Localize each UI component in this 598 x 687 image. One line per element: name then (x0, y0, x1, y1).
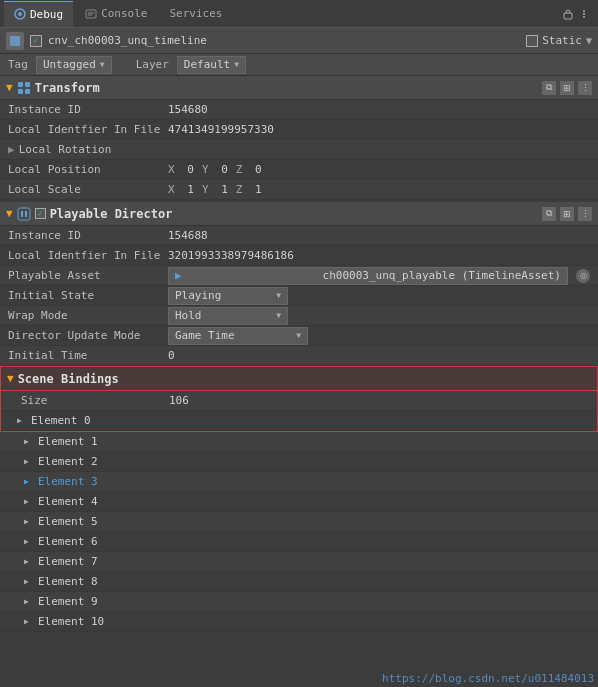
playable-paste-btn[interactable]: ⊞ (560, 207, 574, 221)
object-name: cnv_ch00003_unq_timeline (48, 34, 520, 47)
director-update-dropdown[interactable]: Game Time ▼ (168, 327, 308, 345)
playable-copy-btn[interactable]: ⧉ (542, 207, 556, 221)
lock-icon[interactable] (562, 8, 574, 20)
tab-debug[interactable]: Debug (4, 1, 73, 27)
tab-console[interactable]: Console (75, 1, 157, 27)
transform-section-header[interactable]: ▼ Transform ⧉ ⊞ ⋮ (0, 76, 598, 100)
wrap-mode-value: Hold (175, 309, 202, 322)
list-item[interactable]: ▶ Element 6 (0, 532, 598, 552)
transform-instance-id-label: Instance ID (8, 103, 168, 116)
element-9-arrow: ▶ (24, 597, 34, 606)
transform-collapse-arrow: ▼ (6, 81, 13, 94)
tag-value: Untagged (43, 58, 96, 71)
svg-rect-2 (86, 10, 96, 18)
playable-asset-label: Playable Asset (8, 269, 168, 282)
playable-section-header[interactable]: ▼ ✓ Playable Director ⧉ ⊞ ⋮ (0, 202, 598, 226)
scale-y: 1 (221, 183, 228, 196)
scene-bindings-size-value: 106 (169, 394, 589, 407)
playable-active-checkbox[interactable]: ✓ (35, 208, 46, 219)
playable-instance-id-value: 154688 (168, 229, 590, 242)
wrap-mode-dropdown[interactable]: Hold ▼ (168, 307, 288, 325)
director-update-row: Director Update Mode Game Time ▼ (0, 326, 598, 346)
svg-rect-13 (25, 89, 30, 94)
transform-instance-id-value: 154680 (168, 103, 590, 116)
transform-local-scale-label: Local Scale (8, 183, 168, 196)
transform-local-id-value: 4741349199957330 (168, 123, 590, 136)
object-icon (6, 32, 24, 50)
element-0-arrow: ▶ (17, 416, 27, 425)
element-5-arrow: ▶ (24, 517, 34, 526)
svg-point-1 (18, 12, 22, 16)
list-item[interactable]: ▶ Element 4 (0, 492, 598, 512)
element-10-arrow: ▶ (24, 617, 34, 626)
layer-arrow: ▼ (234, 60, 239, 69)
initial-state-arrow: ▼ (276, 291, 281, 300)
initial-state-row: Initial State Playing ▼ (0, 286, 598, 306)
list-item[interactable]: ▶ Element 5 (0, 512, 598, 532)
list-item[interactable]: ▶ Element 10 (0, 612, 598, 632)
initial-time-label: Initial Time (8, 349, 168, 362)
svg-point-6 (583, 10, 585, 12)
svg-point-7 (583, 13, 585, 15)
element-0-label: Element 0 (31, 414, 91, 427)
director-update-arrow: ▼ (296, 331, 301, 340)
tab-services[interactable]: Services (159, 1, 232, 27)
list-item[interactable]: ▶ Element 1 (0, 432, 598, 452)
playable-asset-row: Playable Asset ▶ ch00003_unq_playable (T… (0, 266, 598, 286)
tab-services-label: Services (169, 7, 222, 20)
initial-time-value: 0 (168, 349, 590, 362)
menu-icon[interactable] (578, 8, 590, 20)
scene-bindings-size-row: Size 106 (1, 391, 597, 411)
tag-arrow: ▼ (100, 60, 105, 69)
element-0-row[interactable]: ▶ Element 0 (1, 411, 597, 431)
tag-dropdown[interactable]: Untagged ▼ (36, 56, 112, 74)
wrap-mode-label: Wrap Mode (8, 309, 168, 322)
transform-paste-btn[interactable]: ⊞ (560, 81, 574, 95)
transform-local-position-row: Local Position X 0 Y 0 Z 0 (0, 160, 598, 180)
scene-bindings-collapse-arrow: ▼ (7, 372, 14, 385)
element-1-label: Element 1 (38, 435, 98, 448)
playable-asset-dropdown[interactable]: ▶ ch00003_unq_playable (TimelineAsset) (168, 267, 568, 285)
list-item[interactable]: ▶ Element 3 (0, 472, 598, 492)
list-item[interactable]: ▶ Element 2 (0, 452, 598, 472)
local-rotation-arrow[interactable]: ▶ (8, 143, 15, 156)
playable-local-id-row: Local Identfier In File 3201993338979486… (0, 246, 598, 266)
element-4-label: Element 4 (38, 495, 98, 508)
initial-state-label: Initial State (8, 289, 168, 302)
url-bar: https://blog.csdn.net/u011484013 (378, 670, 598, 687)
transform-copy-btn[interactable]: ⧉ (542, 81, 556, 95)
static-dropdown-arrow[interactable]: ▼ (586, 35, 592, 46)
transform-local-id-label: Local Identfier In File (8, 123, 168, 136)
tab-console-label: Console (101, 7, 147, 20)
playable-actions: ⧉ ⊞ ⋮ (542, 207, 592, 221)
list-item[interactable]: ▶ Element 9 (0, 592, 598, 612)
element-1-arrow: ▶ (24, 437, 34, 446)
playable-asset-pick-btn[interactable]: ◎ (576, 269, 590, 283)
initial-state-dropdown[interactable]: Playing ▼ (168, 287, 288, 305)
url-text: https://blog.csdn.net/u011484013 (382, 672, 594, 685)
playable-icon (17, 207, 31, 221)
list-item[interactable]: ▶ Element 7 (0, 552, 598, 572)
transform-menu-btn[interactable]: ⋮ (578, 81, 592, 95)
scale-z: 1 (255, 183, 262, 196)
tab-bar: Debug Console Services (0, 0, 598, 28)
tab-debug-label: Debug (30, 8, 63, 21)
transform-actions: ⧉ ⊞ ⋮ (542, 81, 592, 95)
scale-x: 1 (187, 183, 194, 196)
playable-asset-icon: ▶ (175, 269, 182, 282)
playable-asset-field-wrapper: ▶ ch00003_unq_playable (TimelineAsset) ◎ (168, 267, 590, 285)
wrap-mode-row: Wrap Mode Hold ▼ (0, 306, 598, 326)
playable-menu-btn[interactable]: ⋮ (578, 207, 592, 221)
scene-bindings-header[interactable]: ▼ Scene Bindings (1, 367, 597, 391)
console-icon (85, 8, 97, 20)
playable-collapse-arrow: ▼ (6, 207, 13, 220)
transform-title: Transform (35, 81, 538, 95)
active-checkbox[interactable]: ✓ (30, 35, 42, 47)
static-toggle[interactable]: Static ▼ (526, 34, 592, 47)
layer-value: Default (184, 58, 230, 71)
static-check-box[interactable] (526, 35, 538, 47)
element-4-arrow: ▶ (24, 497, 34, 506)
layer-dropdown[interactable]: Default ▼ (177, 56, 246, 74)
playable-instance-id-label: Instance ID (8, 229, 168, 242)
list-item[interactable]: ▶ Element 8 (0, 572, 598, 592)
